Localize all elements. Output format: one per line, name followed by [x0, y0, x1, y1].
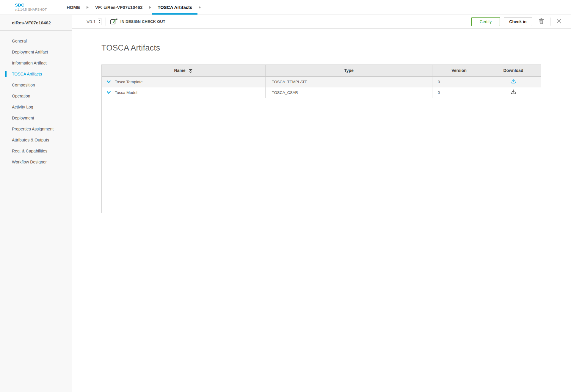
download-icon[interactable]	[510, 89, 516, 95]
table-row-tosca-template: Tosca Template TOSCA_TEMPLATE 0	[102, 76, 541, 87]
sidebar-item-activity-log[interactable]: Activity Log	[0, 101, 72, 112]
sidebar-item-label: Composition	[12, 83, 35, 87]
version-stepper[interactable]	[98, 18, 101, 25]
top-nav: SDC v.1.14.5-SNAPSHOT HOME VF: ciRes-VF0…	[0, 0, 571, 15]
checkin-button[interactable]: Check in	[504, 17, 532, 26]
column-header-type[interactable]: Type	[266, 65, 432, 76]
table-header-row: Name Type Version Download	[102, 65, 541, 76]
sidebar-item-label: Deployment Artifact	[12, 50, 48, 54]
sidebar-item-label: Properties Assignment	[12, 127, 54, 131]
sidebar-item-operation[interactable]: Operation	[0, 90, 72, 101]
sidebar: ciRes-VF07c10462 General Deployment Arti…	[0, 15, 72, 392]
breadcrumb-arrow-icon	[87, 0, 89, 15]
expand-chevron-icon[interactable]	[106, 90, 111, 95]
sidebar-item-label: Operation	[12, 94, 30, 98]
breadcrumb-label: TOSCA Artifacts	[158, 5, 192, 10]
toolbar-divider	[550, 18, 550, 26]
download-icon[interactable]	[510, 79, 516, 84]
column-header-version[interactable]: Version	[432, 65, 486, 76]
table-row-tosca-model: Tosca Model TOSCA_CSAR 0	[102, 87, 541, 98]
breadcrumb-arrow-icon	[199, 0, 201, 15]
sidebar-item-label: Attributes & Outputs	[12, 138, 49, 142]
artifact-type: TOSCA_TEMPLATE	[266, 76, 432, 87]
toolbar-divider	[106, 18, 106, 26]
workspace-shell: ciRes-VF07c10462 General Deployment Arti…	[0, 15, 571, 392]
artifact-version: 0	[432, 76, 486, 87]
sidebar-item-label: General	[12, 39, 27, 43]
breadcrumb-arrow-icon	[149, 0, 151, 15]
sidebar-item-general[interactable]: General	[0, 35, 72, 46]
main-panel: V0.1 IN DESIGN CHECK OUT Certify Check i…	[72, 15, 571, 392]
delete-button[interactable]	[537, 17, 546, 26]
expand-chevron-icon[interactable]	[106, 80, 111, 84]
breadcrumb-label: VF: ciRes-VF07c10462	[95, 5, 142, 10]
close-button[interactable]	[555, 18, 563, 26]
sidebar-item-properties-assignment[interactable]: Properties Assignment	[0, 123, 72, 134]
column-header-name-label: Name	[174, 68, 185, 73]
artifacts-table: Name Type Version Download	[101, 64, 541, 213]
column-header-name[interactable]: Name	[102, 65, 266, 76]
sidebar-item-workflow-designer[interactable]: Workflow Designer	[0, 156, 72, 167]
breadcrumb: HOME VF: ciRes-VF07c10462 TOSCA Artifact…	[61, 0, 202, 15]
breadcrumb-label: HOME	[67, 5, 80, 10]
column-header-download[interactable]: Download	[486, 65, 541, 76]
sidebar-item-composition[interactable]: Composition	[0, 79, 72, 90]
stepper-down-icon	[99, 22, 101, 23]
workspace-toolbar: V0.1 IN DESIGN CHECK OUT Certify Check i…	[72, 15, 571, 29]
certify-button[interactable]: Certify	[471, 17, 500, 26]
sidebar-item-label: Information Artifact	[12, 61, 47, 65]
page-title: TOSCA Artifacts	[101, 43, 541, 53]
sidebar-item-label: Activity Log	[12, 105, 33, 109]
artifact-name: Tosca Model	[115, 90, 137, 95]
brand-name: SDC	[15, 2, 50, 7]
lifecycle-status: IN DESIGN CHECK OUT	[120, 19, 165, 24]
component-title-label: ciRes-VF07c10462	[12, 20, 51, 25]
artifact-version: 0	[432, 87, 486, 98]
artifact-type: TOSCA_CSAR	[266, 87, 432, 98]
sidebar-item-label: Workflow Designer	[12, 160, 47, 164]
page-content: TOSCA Artifacts Name	[72, 29, 571, 213]
trash-icon	[539, 18, 544, 25]
sidebar-item-deployment[interactable]: Deployment	[0, 112, 72, 123]
stepper-up-icon	[99, 20, 101, 21]
sidebar-item-label: TOSCA Artifacts	[12, 72, 42, 76]
sidebar-item-attributes-outputs[interactable]: Attributes & Outputs	[0, 134, 72, 145]
version-value: V0.1	[87, 19, 96, 24]
close-icon	[556, 19, 561, 25]
sidebar-item-label: Req. & Capabilities	[12, 149, 47, 153]
brand-version: v.1.14.5-SNAPSHOT	[15, 7, 50, 12]
sdc-logo[interactable]: SDC v.1.14.5-SNAPSHOT	[15, 0, 50, 15]
sidebar-item-req-capabilities[interactable]: Req. & Capabilities	[0, 145, 72, 156]
sidebar-item-information-artifact[interactable]: Information Artifact	[0, 57, 72, 68]
sort-icon	[188, 69, 193, 73]
sidebar-item-deployment-artifact[interactable]: Deployment Artifact	[0, 46, 72, 57]
sidebar-item-tosca-artifacts[interactable]: TOSCA Artifacts	[0, 68, 72, 79]
breadcrumb-tab-home[interactable]: HOME	[61, 0, 85, 15]
sidebar-item-label: Deployment	[12, 116, 34, 120]
breadcrumb-tab-tosca-artifacts[interactable]: TOSCA Artifacts	[152, 0, 197, 15]
breadcrumb-tab-vf-cires-vf07c10462[interactable]: VF: ciRes-VF07c10462	[90, 0, 148, 15]
in-design-icon	[110, 18, 117, 25]
artifact-name: Tosca Template	[115, 80, 143, 84]
sidebar-menu: General Deployment Artifact Information …	[0, 31, 72, 167]
component-title: ciRes-VF07c10462	[0, 15, 72, 31]
